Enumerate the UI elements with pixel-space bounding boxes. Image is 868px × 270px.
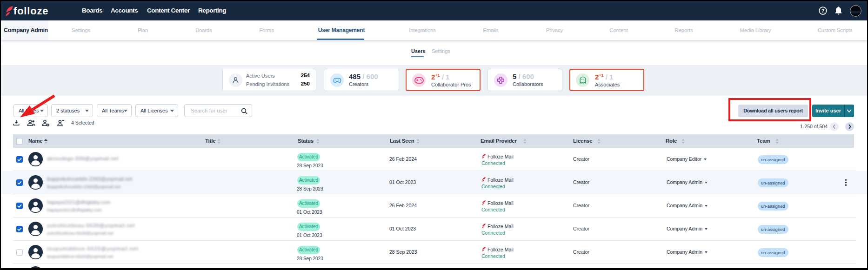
svg-text:?: ? xyxy=(821,8,825,13)
